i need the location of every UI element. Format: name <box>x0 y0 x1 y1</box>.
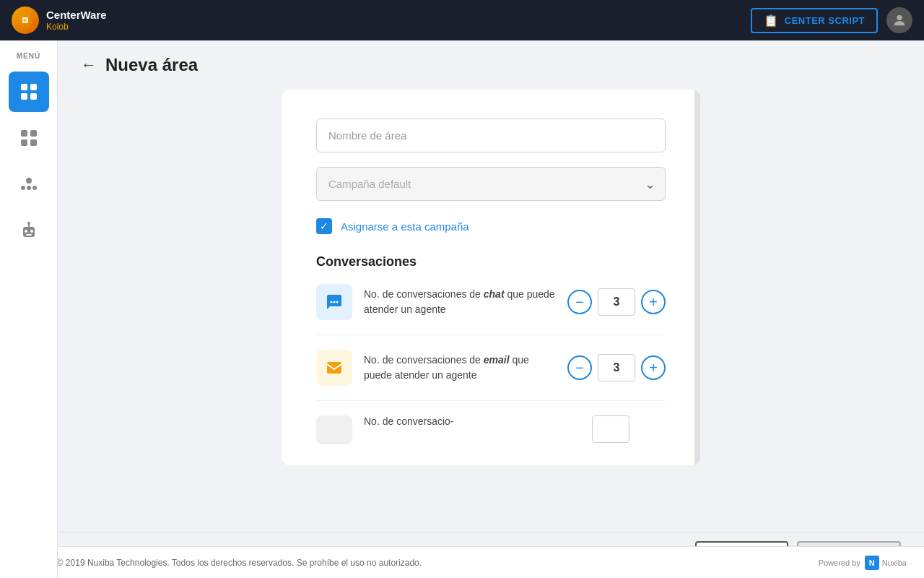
footer: Copyright © 2019 Nuxiba Technologies. To… <box>0 546 924 578</box>
svg-rect-8 <box>21 139 27 146</box>
chat-description: No. de conversaciones de chat que puede … <box>364 287 556 317</box>
svg-rect-23 <box>327 362 341 374</box>
sidebar-item-areas[interactable] <box>9 72 49 112</box>
center-script-label: CENTER SCRIPT <box>785 15 865 26</box>
svg-point-11 <box>21 186 25 190</box>
chat-conversation-row: No. de conversaciones de chat que puede … <box>316 284 666 335</box>
nuxiba-icon: N <box>865 556 879 570</box>
email-description: No. de conversaciones de email que puede… <box>364 353 556 383</box>
area-name-input[interactable] <box>316 118 666 152</box>
chat-icon <box>316 284 352 320</box>
page-header: ← Nueva área <box>58 40 924 90</box>
chat-increment-button[interactable]: + <box>641 290 666 314</box>
svg-rect-2 <box>21 84 27 90</box>
page-title: Nueva área <box>105 55 198 75</box>
svg-point-21 <box>334 301 336 303</box>
sidebar-item-bots[interactable] <box>9 210 49 251</box>
svg-point-1 <box>897 15 902 20</box>
topbar: CenterWare Kolob 📋 CENTER SCRIPT <box>0 0 924 40</box>
svg-point-20 <box>331 301 333 303</box>
assign-campaign-label[interactable]: Asignarse a esta campaña <box>341 220 469 233</box>
email-increment-button[interactable]: + <box>641 355 666 380</box>
checkbox-row: ✓ Asignarse a esta campaña <box>316 218 666 234</box>
chat-value-input[interactable] <box>598 288 635 316</box>
svg-point-13 <box>27 186 31 190</box>
script-icon: 📋 <box>764 14 779 27</box>
user-avatar[interactable] <box>886 7 912 33</box>
campaign-select-wrapper: Campaña default ⌄ <box>316 167 666 201</box>
campaign-select[interactable]: Campaña default <box>316 167 666 201</box>
email-decrement-button[interactable]: − <box>567 355 592 380</box>
svg-point-15 <box>25 230 27 233</box>
svg-rect-17 <box>26 234 32 236</box>
chat-stepper: − + <box>567 288 666 316</box>
sidebar-menu-label: MENÚ <box>17 52 40 60</box>
nuxiba-brand: Nuxiba <box>882 558 907 567</box>
logo-area: CenterWare Kolob <box>12 7 107 34</box>
email-conversation-row: No. de conversaciones de email que puede… <box>316 350 666 401</box>
logo-bottom: Kolob <box>46 22 107 32</box>
svg-rect-9 <box>30 139 37 146</box>
sidebar: MENÚ <box>0 40 58 578</box>
main-content: ← Nueva área Campaña default ⌄ ✓ Asignar… <box>58 40 924 578</box>
email-value-input[interactable] <box>598 354 635 381</box>
svg-point-19 <box>27 222 30 225</box>
assign-campaign-checkbox[interactable]: ✓ <box>316 218 332 234</box>
conversations-section-title: Conversaciones <box>316 254 666 269</box>
partial-stepper-input <box>592 415 629 443</box>
chat-decrement-button[interactable]: − <box>567 290 592 314</box>
svg-point-10 <box>26 178 32 184</box>
svg-point-22 <box>336 301 339 303</box>
svg-rect-6 <box>21 130 27 137</box>
logo-text: CenterWare Kolob <box>46 9 107 32</box>
email-stepper: − + <box>567 354 666 381</box>
powered-by: Powered by N Nuxiba <box>819 556 907 570</box>
footer-copyright: Copyright © 2019 Nuxiba Technologies. To… <box>17 558 422 568</box>
sidebar-item-agents[interactable] <box>9 164 49 204</box>
svg-point-12 <box>32 186 37 190</box>
sidebar-item-dashboard[interactable] <box>9 118 49 158</box>
back-button[interactable]: ← <box>81 56 97 74</box>
svg-rect-7 <box>30 130 37 137</box>
form-scroll: Campaña default ⌄ ✓ Asignarse a esta cam… <box>58 90 924 532</box>
svg-rect-5 <box>30 93 37 100</box>
partial-conversation-row: No. de conversacio- <box>316 415 666 444</box>
center-script-button[interactable]: 📋 CENTER SCRIPT <box>751 8 878 33</box>
email-icon <box>316 350 352 386</box>
form-wrapper: Campaña default ⌄ ✓ Asignarse a esta cam… <box>58 90 924 578</box>
form-card: Campaña default ⌄ ✓ Asignarse a esta cam… <box>282 90 700 465</box>
topbar-right: 📋 CENTER SCRIPT <box>751 7 912 33</box>
svg-point-16 <box>30 230 33 233</box>
logo-top: CenterWare <box>46 9 107 22</box>
logo-icon <box>12 7 39 34</box>
partial-description: No. de conversacio- <box>364 415 454 444</box>
powered-by-text: Powered by <box>819 558 860 567</box>
partial-icon <box>316 415 352 444</box>
svg-rect-4 <box>21 93 27 100</box>
svg-rect-3 <box>30 84 37 90</box>
nuxiba-logo: N Nuxiba <box>865 556 907 570</box>
